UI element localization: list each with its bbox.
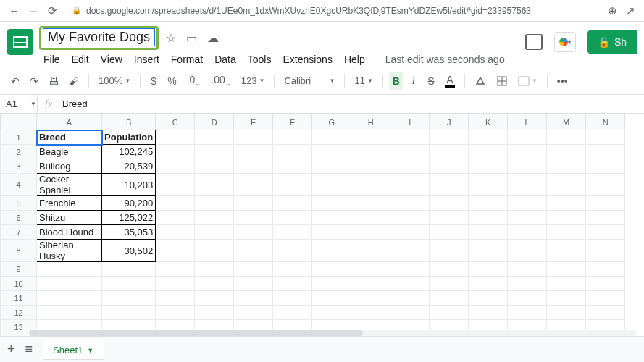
- cell[interactable]: [351, 225, 390, 240]
- increase-decimal-icon[interactable]: .00→: [207, 71, 234, 90]
- cell[interactable]: [351, 306, 390, 320]
- share-icon[interactable]: ↗: [626, 4, 635, 17]
- url-bar[interactable]: 🔒 docs.google.com/spreadsheets/d/1UEe0m_…: [66, 6, 599, 16]
- menu-format[interactable]: Format: [167, 51, 207, 67]
- cell[interactable]: [273, 306, 312, 320]
- cell[interactable]: [195, 225, 234, 240]
- row-header[interactable]: 3: [1, 159, 37, 174]
- cell[interactable]: [508, 159, 547, 174]
- spreadsheet-grid[interactable]: ABCDEFGHIJKLMN 1BreedPopulation2Beagle10…: [0, 114, 644, 362]
- cell[interactable]: [156, 291, 195, 306]
- cell[interactable]: [273, 130, 312, 145]
- cell[interactable]: [390, 291, 430, 306]
- cell[interactable]: [430, 262, 469, 277]
- cell[interactable]: [547, 211, 586, 225]
- more-toolbar-icon[interactable]: •••: [553, 72, 572, 90]
- cell[interactable]: [273, 159, 312, 174]
- star-icon[interactable]: ☆: [166, 31, 176, 45]
- select-all-corner[interactable]: [1, 114, 37, 130]
- cell[interactable]: [390, 130, 430, 145]
- cell[interactable]: Beagle: [37, 145, 102, 159]
- cell[interactable]: [312, 262, 351, 277]
- cell[interactable]: Blood Hound: [37, 225, 102, 240]
- cell[interactable]: [351, 262, 390, 277]
- row-header[interactable]: 11: [1, 291, 37, 306]
- menu-extensions[interactable]: Extensions: [278, 51, 336, 67]
- cell[interactable]: [351, 174, 390, 196]
- cell[interactable]: [430, 211, 469, 225]
- cell[interactable]: 35,053: [102, 225, 156, 240]
- paint-format-icon[interactable]: 🖌: [65, 72, 83, 90]
- cell[interactable]: [469, 306, 508, 320]
- cell[interactable]: [312, 291, 351, 306]
- cell[interactable]: [37, 306, 102, 320]
- row-header[interactable]: 1: [1, 130, 37, 145]
- all-sheets-button[interactable]: ≡: [25, 342, 33, 357]
- cell[interactable]: [547, 306, 586, 320]
- cell[interactable]: [102, 306, 156, 320]
- cell[interactable]: [351, 277, 390, 291]
- cell[interactable]: [508, 306, 547, 320]
- cell[interactable]: [102, 277, 156, 291]
- sheet-tab-menu-icon[interactable]: ▼: [87, 347, 93, 354]
- cell[interactable]: Siberian Husky: [37, 240, 102, 262]
- cell[interactable]: [586, 240, 625, 262]
- cell[interactable]: 102,245: [102, 145, 156, 159]
- cell[interactable]: [547, 225, 586, 240]
- cell[interactable]: [469, 159, 508, 174]
- cell[interactable]: [195, 262, 234, 277]
- cell[interactable]: [195, 291, 234, 306]
- cell[interactable]: [273, 277, 312, 291]
- search-alt-icon[interactable]: ⊕: [608, 4, 617, 17]
- cell[interactable]: [508, 277, 547, 291]
- cell[interactable]: [547, 159, 586, 174]
- cell[interactable]: [234, 130, 273, 145]
- cell[interactable]: [273, 291, 312, 306]
- cell[interactable]: [102, 262, 156, 277]
- cell[interactable]: [586, 196, 625, 211]
- cell[interactable]: [430, 225, 469, 240]
- menu-help[interactable]: Help: [340, 51, 369, 67]
- cell[interactable]: [547, 196, 586, 211]
- cell[interactable]: [351, 196, 390, 211]
- cell[interactable]: [351, 211, 390, 225]
- cell[interactable]: [390, 306, 430, 320]
- cell[interactable]: [547, 277, 586, 291]
- cell[interactable]: [273, 225, 312, 240]
- cell[interactable]: [312, 211, 351, 225]
- cell[interactable]: [586, 211, 625, 225]
- row-header[interactable]: 5: [1, 196, 37, 211]
- cell[interactable]: [156, 174, 195, 196]
- menu-data[interactable]: Data: [210, 51, 241, 67]
- cell[interactable]: [156, 211, 195, 225]
- cell[interactable]: [312, 240, 351, 262]
- cell[interactable]: [390, 211, 430, 225]
- cell[interactable]: [586, 306, 625, 320]
- bold-button[interactable]: B: [389, 72, 403, 90]
- cell-reference-input[interactable]: A1▼: [0, 95, 38, 113]
- cell[interactable]: [469, 291, 508, 306]
- menu-tools[interactable]: Tools: [243, 51, 276, 67]
- row-header[interactable]: 2: [1, 145, 37, 159]
- cell[interactable]: [195, 240, 234, 262]
- cell[interactable]: [195, 174, 234, 196]
- cell[interactable]: [586, 262, 625, 277]
- column-header[interactable]: E: [234, 114, 273, 130]
- cell[interactable]: [508, 174, 547, 196]
- cell[interactable]: [508, 225, 547, 240]
- cell[interactable]: [430, 145, 469, 159]
- cell[interactable]: [508, 211, 547, 225]
- cell[interactable]: [312, 196, 351, 211]
- cell[interactable]: [508, 130, 547, 145]
- cell[interactable]: [273, 196, 312, 211]
- cell[interactable]: [37, 291, 102, 306]
- cell[interactable]: [430, 240, 469, 262]
- font-dropdown[interactable]: Calibri▼: [280, 73, 338, 88]
- cell[interactable]: [586, 225, 625, 240]
- menu-edit[interactable]: Edit: [67, 51, 93, 67]
- cell[interactable]: Cocker Spaniel: [37, 174, 102, 196]
- cell[interactable]: [195, 196, 234, 211]
- strikethrough-button[interactable]: S: [424, 72, 438, 90]
- cell[interactable]: [508, 291, 547, 306]
- cell[interactable]: [195, 145, 234, 159]
